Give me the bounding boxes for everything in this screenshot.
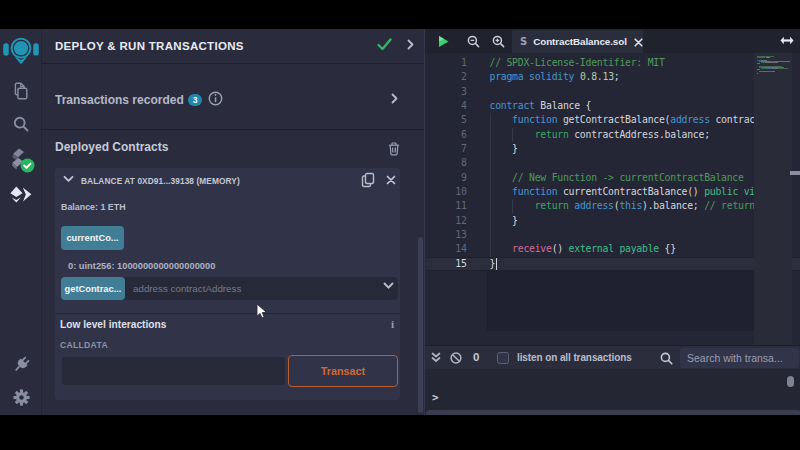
terminal-panel: 0 listen on all transactions >: [425, 345, 800, 415]
low-level-interactions-title: Low level interactions: [60, 319, 166, 330]
terminal-bottom-scrollbar[interactable]: [426, 410, 800, 415]
pending-tx-count: 0: [473, 351, 479, 363]
mouse-pointer: [256, 303, 268, 320]
terminal-prompt: >: [432, 391, 439, 404]
contract-balance-label: Balance: 1 ETH: [61, 202, 126, 212]
clear-deployed-contracts-trash-icon[interactable]: [388, 142, 400, 156]
calldata-label: CALLDATA: [60, 340, 108, 350]
zoom-in-icon[interactable]: [492, 35, 505, 48]
transact-button[interactable]: Transact: [288, 355, 398, 387]
solidity-compiler-icon[interactable]: [0, 146, 42, 174]
horizontal-resize-icon[interactable]: [780, 36, 794, 45]
expand-params-chevron-icon[interactable]: [383, 282, 394, 290]
deployed-contract-card: BALANCE AT 0XD91...39138 (MEMORY) Balanc…: [55, 168, 400, 400]
divider: [55, 313, 400, 314]
contract-collapse-chevron-icon[interactable]: [63, 175, 74, 183]
divider: [42, 129, 424, 130]
low-level-info-icon[interactable]: i: [391, 318, 394, 330]
transactions-info-icon[interactable]: [208, 91, 223, 106]
deploy-and-run-icon[interactable]: [0, 186, 42, 203]
calldata-input[interactable]: [62, 357, 285, 385]
copy-address-icon[interactable]: [361, 172, 375, 188]
code-editor[interactable]: 123456789101112131415 // SPDX-License-Id…: [425, 53, 800, 345]
remix-app: DEPLOY & RUN TRANSACTIONS Transactions r…: [0, 29, 800, 415]
close-tab-x-icon[interactable]: [634, 38, 643, 47]
file-explorer-icon[interactable]: [0, 82, 42, 100]
zoom-out-icon[interactable]: [467, 35, 480, 48]
collapse-terminal-chevrons-icon[interactable]: [431, 352, 441, 363]
get-contract-balance-button[interactable]: getContrac...: [61, 277, 125, 300]
code-content: // SPDX-License-Identifier: MITpragma so…: [490, 56, 755, 271]
panel-title-row: DEPLOY & RUN TRANSACTIONS: [42, 29, 424, 64]
editor-tab-bar: S ContractBalance.sol: [425, 29, 800, 53]
editor-area: S ContractBalance.sol: [424, 29, 800, 415]
editor-empty-area: [487, 270, 754, 331]
call-output-value: 0: uint256: 1000000000000000000: [68, 261, 215, 271]
deploy-run-panel: DEPLOY & RUN TRANSACTIONS Transactions r…: [42, 29, 424, 415]
terminal-header: 0 listen on all transactions: [425, 345, 800, 369]
listen-transactions-checkbox[interactable]: [497, 352, 509, 364]
contract-instance-title: BALANCE AT 0XD91...39138 (MEMORY): [81, 176, 240, 186]
terminal-search-icon: [660, 352, 673, 365]
search-icon[interactable]: [0, 116, 42, 132]
clear-console-ban-icon[interactable]: [450, 352, 462, 364]
solidity-file-icon: S: [520, 36, 527, 47]
transactions-count-badge: 3: [188, 94, 202, 106]
transactions-expand-chevron-icon[interactable]: [391, 93, 398, 104]
transactions-recorded-label: Transactions recorded: [55, 93, 184, 107]
text-caret: [496, 258, 497, 270]
terminal-search-input[interactable]: [680, 348, 799, 368]
tab-title: ContractBalance.sol: [533, 36, 627, 47]
current-contract-balance-button[interactable]: currentCo...: [61, 226, 124, 250]
deployed-contracts-label: Deployed Contracts: [55, 140, 168, 154]
line-numbers-gutter: 123456789101112131415: [425, 56, 467, 271]
remix-logo-icon[interactable]: [0, 37, 42, 68]
run-script-play-icon[interactable]: [437, 35, 450, 48]
panel-title: DEPLOY & RUN TRANSACTIONS: [55, 40, 244, 52]
listen-transactions-label: listen on all transactions: [517, 352, 632, 363]
compile-success-check-icon: [377, 38, 392, 51]
settings-gear-icon[interactable]: [0, 388, 42, 407]
terminal-scrollbar-thumb[interactable]: [787, 376, 794, 387]
overview-ruler-marker: [790, 171, 800, 175]
activity-bar: [0, 29, 42, 415]
plugin-manager-icon[interactable]: [0, 355, 42, 374]
tab-contractbalance-sol[interactable]: S ContractBalance.sol: [512, 30, 643, 53]
transactions-recorded-row[interactable]: Transactions recorded 3: [42, 65, 424, 129]
panel-expand-chevron-icon[interactable]: [407, 39, 414, 50]
panel-scrollbar-thumb[interactable]: [418, 237, 423, 413]
remove-contract-x-icon[interactable]: [386, 175, 396, 185]
minimap[interactable]: [754, 53, 792, 345]
